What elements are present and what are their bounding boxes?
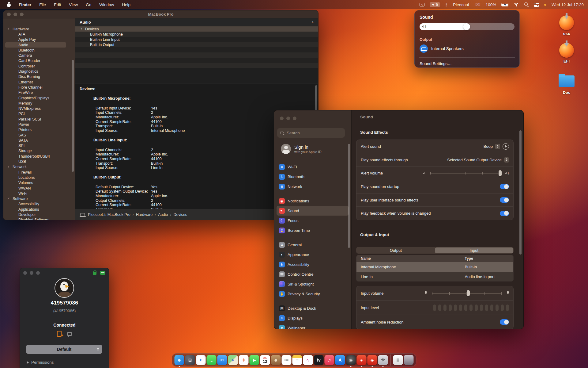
breadcrumb-item[interactable]: Audio	[158, 213, 173, 217]
activity-monitor-icon[interactable]	[420, 3, 424, 6]
settings-nav-item[interactable]: ⊕ Network	[277, 182, 349, 191]
menu-item[interactable]: View	[69, 2, 78, 7]
si-sidebar-item[interactable]: Locations	[3, 175, 75, 180]
device-row[interactable]: Built-in Output	[75, 42, 318, 47]
si-sidebar-item[interactable]: USB	[3, 159, 75, 164]
desktop-icon[interactable]: Doc	[551, 72, 582, 95]
breadcrumb-item[interactable]: Devices	[173, 213, 191, 217]
dock-item[interactable]: ✉	[217, 355, 227, 365]
play-through-stepper[interactable]	[504, 157, 509, 163]
si-sidebar-item[interactable]: NVMExpress	[3, 106, 75, 111]
device-row[interactable]: Built-in Microphone	[75, 32, 318, 37]
settings-nav-item[interactable]: ▤ Desktop & Dock	[277, 303, 349, 313]
dock-item[interactable]: ◉	[346, 355, 356, 365]
settings-nav-item[interactable]: ≋ Wi-Fi	[277, 162, 349, 172]
play-alert-button[interactable]	[503, 143, 509, 150]
dock-item[interactable]: ◈	[368, 355, 377, 365]
search-input[interactable]	[287, 131, 336, 135]
si-sidebar-item[interactable]: Ethernet	[3, 79, 75, 85]
dock-item[interactable]: ⌖	[228, 355, 238, 365]
si-sidebar-item[interactable]: Memory	[3, 101, 75, 106]
settings-nav-item[interactable]: Control Centre	[277, 269, 349, 279]
account-name[interactable]: PleecooL	[453, 2, 470, 7]
table-row[interactable]: Internal MicrophoneBuilt-in	[356, 262, 513, 272]
si-sidebar-item[interactable]: Disc Burning	[3, 74, 75, 79]
si-sidebar-item[interactable]: Diagnostics	[3, 69, 75, 74]
settings-nav-item[interactable]: ☀ Displays	[277, 313, 349, 323]
menu-item[interactable]: File	[39, 2, 46, 7]
si-sidebar-item[interactable]: SAS	[3, 132, 75, 138]
si-sidebar-item[interactable]: Card Reader	[3, 58, 75, 63]
control-center-icon[interactable]	[534, 3, 539, 7]
si-sidebar-item[interactable]: Firewall	[3, 170, 75, 175]
si-sidebar-item[interactable]: PCI	[3, 111, 75, 117]
dock-item[interactable]: ∿	[303, 355, 313, 365]
si-sidebar-item[interactable]: Wi-Fi	[3, 191, 75, 196]
slider-knob[interactable]	[467, 290, 470, 296]
window-controls[interactable]	[23, 271, 40, 275]
si-sidebar-item[interactable]: Developer	[3, 212, 75, 217]
collapse-chevron-icon[interactable]: ∧	[311, 20, 314, 24]
si-sidebar-item[interactable]: WWAN	[3, 186, 75, 191]
si-sidebar-item[interactable]: Controller	[3, 63, 75, 69]
breadcrumb-item[interactable]: Hardware	[136, 213, 158, 217]
si-sidebar-item[interactable]: ATA	[3, 32, 75, 37]
volume-slider[interactable]: ))	[420, 23, 514, 30]
si-sidebar-item[interactable]: Parallel SCSI	[3, 117, 75, 122]
si-sidebar-item[interactable]: Software	[3, 196, 75, 201]
si-sidebar-item[interactable]: Network	[3, 164, 75, 170]
dock-item[interactable]: ▶	[250, 355, 259, 365]
si-sidebar-item[interactable]: Apple Pay	[3, 37, 75, 42]
settings-nav-item[interactable]: ❖ Wallpaper	[277, 323, 349, 329]
device-row[interactable]	[75, 58, 318, 63]
slider-knob[interactable]	[499, 170, 502, 176]
toggle-switch[interactable]	[500, 184, 509, 189]
alert-sound-stepper[interactable]	[495, 144, 500, 149]
screen-share-icon[interactable]	[100, 271, 105, 275]
dock-item[interactable]: 12 JUL	[260, 355, 270, 365]
dock-item[interactable]: ✦	[196, 355, 206, 365]
apple-menu-icon[interactable]	[7, 2, 11, 7]
dock-item[interactable]: ≡	[292, 355, 302, 365]
dock-item[interactable]	[390, 355, 391, 366]
permissions-disclosure[interactable]: Permissions	[27, 360, 54, 365]
settings-nav-item[interactable]: ✋ Privacy & Security	[277, 289, 349, 299]
dock-item[interactable]: ⊞	[185, 355, 195, 365]
si-sidebar-scrollbar[interactable]	[72, 60, 74, 172]
chat-icon[interactable]	[67, 332, 72, 336]
menu-item[interactable]: Edit	[54, 2, 61, 7]
sign-in-item[interactable]: Sign in with your Apple ID	[281, 144, 322, 154]
menu-item[interactable]: Help	[122, 2, 130, 7]
dock-item[interactable]: …	[207, 355, 217, 365]
settings-nav-item[interactable]: Siri & Spotlight	[277, 279, 349, 289]
settings-nav-item[interactable]: ᛒ Bluetooth	[277, 172, 349, 182]
si-sidebar-item[interactable]: Bluetooth	[3, 48, 75, 53]
si-sidebar-item[interactable]: Printers	[3, 127, 75, 132]
si-sidebar-item[interactable]: Volumes	[3, 180, 75, 186]
alert-volume-slider[interactable]	[430, 173, 500, 174]
settings-nav-item[interactable]: ☾ Focus	[277, 216, 349, 225]
volume-knob[interactable]	[463, 23, 470, 30]
tab[interactable]: Output	[357, 247, 435, 253]
table-row[interactable]: Line InAudio line-in port	[356, 272, 513, 281]
desktop-icon[interactable]: osx	[551, 13, 582, 36]
si-sidebar-item[interactable]: Storage	[3, 148, 75, 154]
window-controls[interactable]	[280, 117, 296, 120]
dock-item[interactable]: ≣	[393, 355, 403, 365]
dock-item[interactable]: ♫	[325, 355, 334, 365]
breadcrumb-item[interactable]: PleecooL’s MacBook Pro	[88, 213, 136, 217]
settings-nav-item[interactable]: ⌛ Screen Time	[277, 225, 349, 235]
settings-nav-item[interactable]: Sound	[277, 206, 349, 216]
menu-item[interactable]: Go	[86, 2, 91, 7]
spotlight-icon[interactable]	[524, 2, 529, 7]
sound-menu-icon[interactable]: )))	[430, 2, 440, 7]
dock-item[interactable]: ◈	[357, 355, 367, 365]
si-sidebar-item[interactable]: Audio	[3, 42, 75, 48]
si-sidebar-item[interactable]: Disabled Software	[3, 217, 75, 220]
ambient-noise-toggle[interactable]	[500, 319, 509, 325]
si-sidebar-item[interactable]: FireWire	[3, 90, 75, 95]
device-row[interactable]: Built-in Line Input	[75, 37, 318, 42]
si-sidebar-item[interactable]: Fibre Channel	[3, 85, 75, 90]
settings-nav-item[interactable]: ◉ Notifications	[277, 196, 349, 206]
toggle-switch[interactable]	[500, 197, 509, 203]
